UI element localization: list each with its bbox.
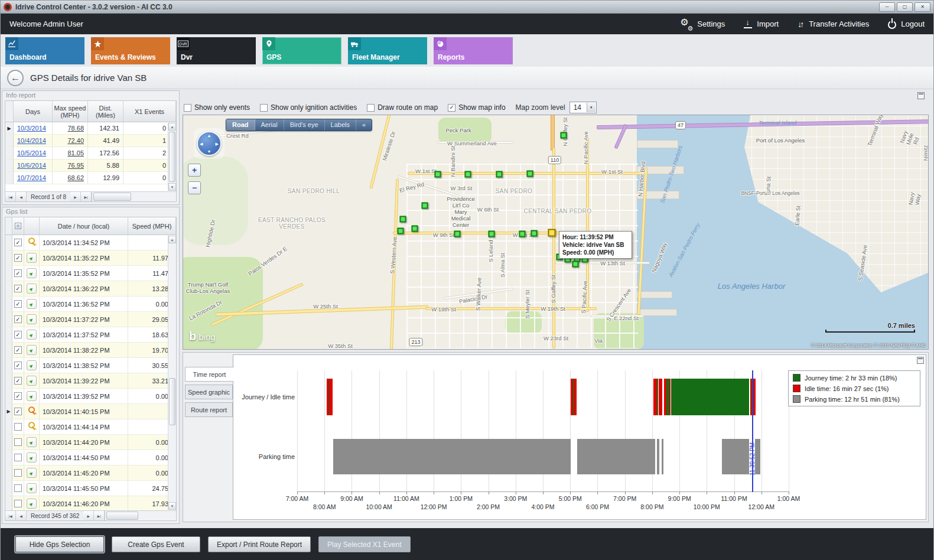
info-report-row[interactable]: 10/4/201472.4041.491 <box>5 135 176 147</box>
gps-list-row[interactable]: ▲10/3/2014 11:45:50 PM24.75 <box>5 481 176 496</box>
show-only-ignition-checkbox[interactable] <box>260 104 268 112</box>
gps-list-row[interactable]: ▶✓10/3/2014 11:40:15 PM <box>5 404 176 419</box>
gps-list-row[interactable]: ✓▲10/3/2014 11:38:52 PM30.55 <box>5 358 176 373</box>
map-view-labels[interactable]: Labels <box>325 119 356 131</box>
gps-list-row[interactable]: ▲10/3/2014 11:45:20 PM0.00 <box>5 465 176 481</box>
gps-list-row[interactable]: ✓▲10/3/2014 11:38:22 PM19.70 <box>5 343 176 358</box>
row-checkbox[interactable] <box>14 454 22 461</box>
day-link[interactable]: 10/6/2014 <box>17 162 46 169</box>
row-checkbox[interactable]: ✓ <box>14 377 22 385</box>
row-checkbox[interactable]: ✓ <box>14 392 22 400</box>
export-print-route-report-button[interactable]: Export / Print Route Report <box>208 536 311 552</box>
info-report-row[interactable]: 10/5/201481.05172.562 <box>5 147 176 159</box>
row-checkbox[interactable] <box>14 469 22 477</box>
gps-marker[interactable] <box>496 171 503 178</box>
tab-gps[interactable]: GPS <box>262 37 341 64</box>
gps-list-row[interactable]: ✓10/3/2014 11:34:52 PM <box>5 235 176 250</box>
maximize-chart-panel-button[interactable] <box>917 357 924 364</box>
scroll-up-icon[interactable]: ▲ <box>168 236 176 243</box>
bing-map[interactable]: Crest RdPeck ParkW Summerland AveN Bandi… <box>183 115 929 350</box>
info-report-row[interactable]: 10/6/201476.955.880 <box>5 159 176 172</box>
select-all-checkbox[interactable] <box>12 217 24 235</box>
back-button[interactable]: ← <box>7 70 24 86</box>
last-record-button[interactable]: ▶| <box>81 192 92 201</box>
close-button[interactable]: ✕ <box>915 2 930 12</box>
column-dist[interactable]: Dist. (Miles) <box>88 101 123 122</box>
collapse-icon[interactable]: « <box>356 119 372 131</box>
logout-button[interactable]: Logout <box>888 19 925 29</box>
row-checkbox[interactable] <box>14 484 22 492</box>
row-checkbox[interactable]: ✓ <box>14 254 22 262</box>
gps-list-row[interactable]: ✓▲10/3/2014 11:39:22 PM33.21 <box>5 373 176 389</box>
max-speed-link[interactable]: 78.68 <box>67 125 84 132</box>
map-view-aerial[interactable]: Aerial <box>255 119 284 131</box>
gps-marker[interactable] <box>519 231 526 237</box>
tab-events-reviews[interactable]: Events & Reviews <box>91 37 170 64</box>
row-checkbox[interactable]: ✓ <box>14 346 22 354</box>
gps-list-row[interactable]: ✓▲10/3/2014 11:37:52 PM18.63 <box>5 327 176 343</box>
tab-dashboard[interactable]: Dashboard <box>5 37 84 64</box>
row-checkbox[interactable]: ✓ <box>14 362 22 369</box>
gps-marker[interactable] <box>465 171 471 178</box>
pan-down-icon[interactable]: ▼ <box>207 149 211 154</box>
row-checkbox[interactable]: ✓ <box>14 269 22 277</box>
tab-speed-graphic[interactable]: Speed graphic <box>185 385 233 399</box>
day-link[interactable]: 10/5/2014 <box>17 149 46 157</box>
gps-marker[interactable] <box>435 171 441 178</box>
gps-marker[interactable] <box>422 203 428 209</box>
map-compass-control[interactable]: ▲ ▼ ◀ ▶ <box>194 128 224 159</box>
last-record-button[interactable]: ▶| <box>94 511 105 520</box>
gps-list-row[interactable]: ✓▲10/3/2014 11:35:52 PM11.47 <box>5 266 176 281</box>
minimize-button[interactable]: ─ <box>879 2 895 12</box>
day-link[interactable]: 10/3/2014 <box>17 125 46 132</box>
gps-list-vscrollbar[interactable]: ▲ ▼ <box>168 236 176 510</box>
next-record-button[interactable]: ▶ <box>70 192 81 201</box>
scroll-down-icon[interactable]: ▼ <box>168 183 176 191</box>
row-checkbox[interactable] <box>14 438 22 446</box>
max-speed-link[interactable]: 81.05 <box>67 149 84 157</box>
tab-fleet-manager[interactable]: Fleet Manager <box>348 37 427 64</box>
column-x1-events[interactable]: X1 Events <box>123 101 176 122</box>
pan-right-icon[interactable]: ▶ <box>216 142 219 146</box>
map-view-birds-eye[interactable]: Bird's eye <box>284 119 325 131</box>
gps-list-row[interactable]: ▲10/3/2014 11:44:20 PM0.00 <box>5 435 176 450</box>
show-map-info-option[interactable]: ✓ Show map info <box>448 103 505 112</box>
gps-marker[interactable] <box>531 230 538 237</box>
bing-logo[interactable]: b bing <box>189 330 216 343</box>
create-gps-event-button[interactable]: Create Gps Event <box>112 536 200 552</box>
map-view-road[interactable]: Road <box>226 119 255 131</box>
row-checkbox[interactable]: ✓ <box>14 408 22 415</box>
tab-dvr[interactable]: DVR Dvr <box>177 37 256 64</box>
first-record-button[interactable]: |◀ <box>5 192 16 201</box>
gps-marker[interactable] <box>412 226 418 232</box>
hscroll-thumb[interactable] <box>106 512 138 520</box>
pan-left-icon[interactable]: ◀ <box>200 142 203 146</box>
gps-list-row[interactable]: ✓▲10/3/2014 11:37:22 PM29.05 <box>5 312 176 327</box>
row-checkbox[interactable] <box>14 500 22 507</box>
scroll-down-icon[interactable]: ▼ <box>168 502 176 510</box>
tab-time-report[interactable]: Time report <box>185 367 234 382</box>
hide-gps-selection-button[interactable]: Hide Gps Selection <box>15 536 104 552</box>
first-record-button[interactable]: |◀ <box>5 511 16 520</box>
row-checkbox[interactable] <box>14 423 22 431</box>
row-checkbox[interactable]: ✓ <box>14 285 22 292</box>
prev-record-button[interactable]: ◀ <box>16 511 27 520</box>
gps-list-row[interactable]: ✓▲10/3/2014 11:36:52 PM0.00 <box>5 297 176 312</box>
pan-up-icon[interactable]: ▲ <box>207 134 211 138</box>
gps-marker[interactable] <box>527 171 533 177</box>
max-speed-link[interactable]: 76.95 <box>67 162 84 169</box>
row-checkbox[interactable]: ✓ <box>14 239 22 246</box>
show-only-events-option[interactable]: Show only events <box>184 103 250 112</box>
import-button[interactable]: Import <box>744 19 779 28</box>
settings-button[interactable]: ⚙⚙ Settings <box>680 19 725 30</box>
selected-gps-marker[interactable] <box>548 229 556 237</box>
gps-list-row[interactable]: ✓▲10/3/2014 11:35:22 PM11.97 <box>5 250 176 266</box>
gps-marker[interactable] <box>572 261 579 268</box>
gps-list-row[interactable]: 10/3/2014 11:44:14 PM <box>5 419 176 435</box>
next-record-button[interactable]: ▶ <box>83 511 94 520</box>
zoom-out-button[interactable]: − <box>188 181 201 194</box>
gps-marker[interactable] <box>400 216 406 223</box>
column-days[interactable]: Days <box>14 101 53 122</box>
gps-list-row[interactable]: ▲10/3/2014 11:46:20 PM17.93 <box>5 496 176 512</box>
gps-marker[interactable] <box>561 132 567 139</box>
